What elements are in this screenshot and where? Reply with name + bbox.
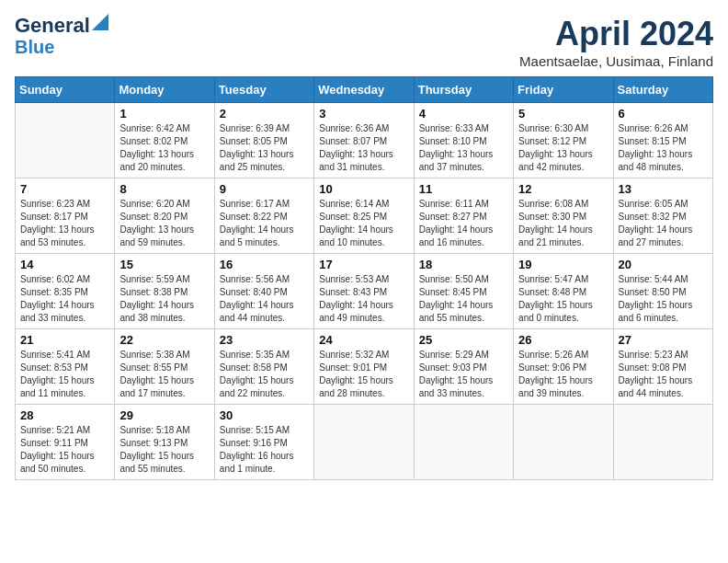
calendar-day-cell: 3Sunrise: 6:36 AM Sunset: 8:07 PM Daylig… [314,103,414,178]
calendar-day-cell: 12Sunrise: 6:08 AM Sunset: 8:30 PM Dayli… [514,178,613,254]
calendar-day-cell: 14Sunrise: 6:02 AM Sunset: 8:35 PM Dayli… [16,254,115,329]
day-info: Sunrise: 6:17 AM Sunset: 8:22 PM Dayligh… [220,198,309,249]
day-info: Sunrise: 5:21 AM Sunset: 9:11 PM Dayligh… [20,424,109,476]
column-header-saturday: Saturday [613,77,712,103]
day-number: 9 [220,182,309,196]
calendar-day-cell: 27Sunrise: 5:23 AM Sunset: 9:08 PM Dayli… [613,329,712,405]
calendar-day-cell [314,405,414,480]
calendar-day-cell: 13Sunrise: 6:05 AM Sunset: 8:32 PM Dayli… [613,178,712,254]
day-info: Sunrise: 5:35 AM Sunset: 8:58 PM Dayligh… [220,349,309,400]
calendar-day-cell: 10Sunrise: 6:14 AM Sunset: 8:25 PM Dayli… [314,178,414,254]
column-header-wednesday: Wednesday [314,77,414,103]
day-number: 25 [419,333,508,347]
calendar-day-cell [16,103,115,178]
day-info: Sunrise: 5:59 AM Sunset: 8:38 PM Dayligh… [119,273,209,325]
calendar-day-cell [514,405,613,480]
logo-text-general: General [15,15,90,37]
day-number: 2 [220,107,309,121]
calendar-day-cell: 23Sunrise: 5:35 AM Sunset: 8:58 PM Dayli… [214,329,313,405]
calendar-day-cell: 18Sunrise: 5:50 AM Sunset: 8:45 PM Dayli… [414,254,513,329]
day-number: 11 [419,182,508,196]
day-number: 21 [20,333,109,347]
day-info: Sunrise: 5:47 AM Sunset: 8:48 PM Dayligh… [518,273,608,325]
column-header-tuesday: Tuesday [214,77,313,103]
day-info: Sunrise: 6:33 AM Sunset: 8:10 PM Dayligh… [419,122,508,174]
calendar-day-cell: 9Sunrise: 6:17 AM Sunset: 8:22 PM Daylig… [214,178,313,254]
day-info: Sunrise: 6:30 AM Sunset: 8:12 PM Dayligh… [518,122,608,174]
day-info: Sunrise: 6:02 AM Sunset: 8:35 PM Dayligh… [20,273,109,325]
calendar-day-cell: 11Sunrise: 6:11 AM Sunset: 8:27 PM Dayli… [414,178,513,254]
day-info: Sunrise: 5:41 AM Sunset: 8:53 PM Dayligh… [20,349,109,400]
calendar-day-cell: 24Sunrise: 5:32 AM Sunset: 9:01 PM Dayli… [314,329,414,405]
calendar-day-cell [414,405,513,480]
day-number: 12 [518,182,608,196]
day-info: Sunrise: 6:05 AM Sunset: 8:32 PM Dayligh… [619,198,708,249]
day-info: Sunrise: 6:14 AM Sunset: 8:25 PM Dayligh… [319,198,408,249]
day-number: 29 [119,408,209,422]
calendar-day-cell: 26Sunrise: 5:26 AM Sunset: 9:06 PM Dayli… [514,329,613,405]
calendar-day-cell: 4Sunrise: 6:33 AM Sunset: 8:10 PM Daylig… [414,103,513,178]
day-number: 23 [220,333,309,347]
day-number: 10 [319,182,408,196]
day-number: 7 [20,182,109,196]
day-number: 1 [119,107,209,121]
day-number: 22 [119,333,209,347]
day-number: 15 [119,258,209,271]
calendar-day-cell: 21Sunrise: 5:41 AM Sunset: 8:53 PM Dayli… [16,329,115,405]
day-info: Sunrise: 5:29 AM Sunset: 9:03 PM Dayligh… [419,349,508,400]
day-info: Sunrise: 5:32 AM Sunset: 9:01 PM Dayligh… [319,349,408,400]
day-number: 6 [619,107,708,121]
calendar-day-cell: 1Sunrise: 6:42 AM Sunset: 8:02 PM Daylig… [115,103,214,178]
calendar-day-cell: 19Sunrise: 5:47 AM Sunset: 8:48 PM Dayli… [514,254,613,329]
calendar-day-cell: 8Sunrise: 6:20 AM Sunset: 8:20 PM Daylig… [115,178,214,254]
title-area: April 2024 Maentsaelae, Uusimaa, Finland [519,15,713,69]
calendar-week-row: 28Sunrise: 5:21 AM Sunset: 9:11 PM Dayli… [16,405,713,480]
calendar-day-cell: 22Sunrise: 5:38 AM Sunset: 8:55 PM Dayli… [115,329,214,405]
svg-marker-0 [92,14,108,30]
day-info: Sunrise: 5:50 AM Sunset: 8:45 PM Dayligh… [419,273,508,325]
day-info: Sunrise: 6:39 AM Sunset: 8:05 PM Dayligh… [220,122,309,174]
day-number: 8 [119,182,209,196]
calendar-day-cell: 7Sunrise: 6:23 AM Sunset: 8:17 PM Daylig… [16,178,115,254]
calendar-day-cell: 6Sunrise: 6:26 AM Sunset: 8:15 PM Daylig… [613,103,712,178]
column-header-thursday: Thursday [414,77,513,103]
logo: General Blue [15,15,108,57]
month-title: April 2024 [519,15,713,53]
column-header-friday: Friday [514,77,613,103]
day-number: 13 [619,182,708,196]
day-number: 16 [220,258,309,271]
calendar-week-row: 14Sunrise: 6:02 AM Sunset: 8:35 PM Dayli… [16,254,713,329]
column-header-sunday: Sunday [16,77,115,103]
day-info: Sunrise: 5:44 AM Sunset: 8:50 PM Dayligh… [619,273,708,325]
day-info: Sunrise: 5:15 AM Sunset: 9:16 PM Dayligh… [220,424,309,476]
day-info: Sunrise: 6:42 AM Sunset: 8:02 PM Dayligh… [119,122,209,174]
calendar-week-row: 21Sunrise: 5:41 AM Sunset: 8:53 PM Dayli… [16,329,713,405]
day-number: 14 [20,258,109,271]
calendar-week-row: 1Sunrise: 6:42 AM Sunset: 8:02 PM Daylig… [16,103,713,178]
day-info: Sunrise: 6:26 AM Sunset: 8:15 PM Dayligh… [619,122,708,174]
day-number: 20 [619,258,708,271]
day-info: Sunrise: 6:08 AM Sunset: 8:30 PM Dayligh… [518,198,608,249]
calendar-day-cell [613,405,712,480]
logo-text-blue: Blue [15,37,54,57]
calendar-day-cell: 20Sunrise: 5:44 AM Sunset: 8:50 PM Dayli… [613,254,712,329]
calendar-day-cell: 25Sunrise: 5:29 AM Sunset: 9:03 PM Dayli… [414,329,513,405]
day-info: Sunrise: 5:56 AM Sunset: 8:40 PM Dayligh… [220,273,309,325]
day-info: Sunrise: 5:18 AM Sunset: 9:13 PM Dayligh… [119,424,209,476]
day-number: 3 [319,107,408,121]
day-number: 18 [419,258,508,271]
calendar-day-cell: 2Sunrise: 6:39 AM Sunset: 8:05 PM Daylig… [214,103,313,178]
day-number: 26 [518,333,608,347]
location: Maentsaelae, Uusimaa, Finland [519,53,713,69]
day-info: Sunrise: 5:23 AM Sunset: 9:08 PM Dayligh… [619,349,708,400]
day-info: Sunrise: 6:23 AM Sunset: 8:17 PM Dayligh… [20,198,109,249]
logo-icon [92,14,108,30]
day-info: Sunrise: 5:26 AM Sunset: 9:06 PM Dayligh… [518,349,608,400]
column-header-monday: Monday [115,77,214,103]
day-number: 28 [20,408,109,422]
calendar-day-cell: 16Sunrise: 5:56 AM Sunset: 8:40 PM Dayli… [214,254,313,329]
day-info: Sunrise: 5:38 AM Sunset: 8:55 PM Dayligh… [119,349,209,400]
day-number: 19 [518,258,608,271]
day-info: Sunrise: 5:53 AM Sunset: 8:43 PM Dayligh… [319,273,408,325]
calendar-table: SundayMondayTuesdayWednesdayThursdayFrid… [15,76,713,480]
